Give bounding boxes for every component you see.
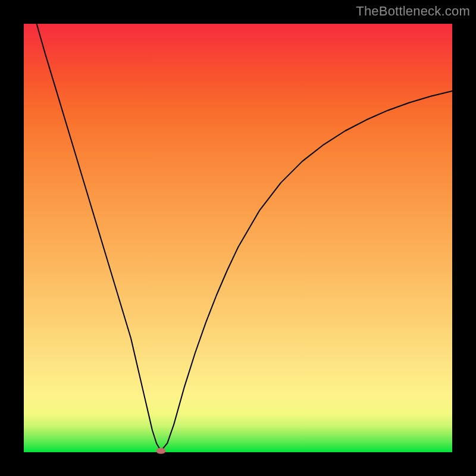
bottleneck-curve xyxy=(37,24,452,451)
chart-plot-area xyxy=(24,24,452,452)
outer-frame: TheBottleneck.com xyxy=(0,0,476,476)
watermark-text: TheBottleneck.com xyxy=(356,4,470,19)
minimum-marker xyxy=(156,448,165,454)
chart-svg xyxy=(24,24,452,452)
